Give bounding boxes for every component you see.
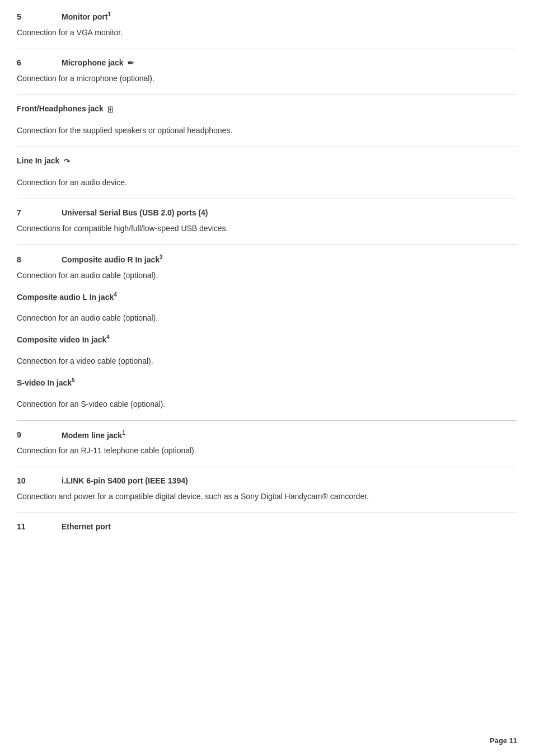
headphones-desc: Connection for the supplied speakers or …: [17, 125, 517, 137]
document-body: 5 Monitor port1 Connection for a VGA mon…: [17, 11, 517, 531]
section-5-sup: 1: [107, 11, 111, 17]
section-headphones-jack: Front/Headphones jack ⍐ Connection for t…: [17, 104, 517, 137]
section-10-header: 10 i.LINK 6-pin S400 port (IEEE 1394): [17, 476, 517, 485]
divider-8: [17, 513, 517, 513]
s-video-desc: Connection for an S-video cable (optiona…: [17, 398, 517, 410]
section-microphone-jack: 6 Microphone jack ✏ Connection for a mic…: [17, 58, 517, 85]
headphones-icon: ⍐: [108, 105, 113, 114]
section-ilink-port: 10 i.LINK 6-pin S400 port (IEEE 1394) Co…: [17, 476, 517, 503]
section-10-number: 10: [17, 476, 62, 485]
section-9-number: 9: [17, 430, 62, 439]
section-10-title: i.LINK 6-pin S400 port (IEEE 1394): [62, 476, 188, 485]
section-5-title: Monitor port1: [62, 11, 111, 21]
section-line-in-jack: Line In jack ↷ Connection for an audio d…: [17, 156, 517, 189]
section-9-desc: Connection for an RJ-11 telephone cable …: [17, 445, 517, 457]
section-6-number: 6: [17, 58, 62, 67]
composite-video-sup: 4: [106, 334, 110, 340]
section-11-title: Ethernet port: [62, 522, 111, 531]
section-6-header: 6 Microphone jack ✏: [17, 58, 517, 68]
section-7-title: Universal Serial Bus (USB 2.0) ports (4): [62, 208, 208, 217]
section-composite-audio-l: Composite audio L In jack4 Connection fo…: [17, 292, 517, 325]
s-video-sup: 5: [72, 377, 75, 383]
section-7-header: 7 Universal Serial Bus (USB 2.0) ports (…: [17, 208, 517, 217]
section-8-desc: Connection for an audio cable (optional)…: [17, 270, 517, 281]
page-number: Page 11: [490, 736, 517, 745]
section-5-desc: Connection for a VGA monitor.: [17, 27, 517, 39]
section-5-number: 5: [17, 12, 62, 21]
section-usb-ports: 7 Universal Serial Bus (USB 2.0) ports (…: [17, 208, 517, 234]
section-composite-video-in: Composite video In jack4 Connection for …: [17, 334, 517, 367]
line-in-icon: ↷: [64, 157, 70, 166]
section-11-header: 11 Ethernet port: [17, 522, 517, 531]
composite-video-title: Composite video In jack4: [17, 334, 110, 344]
composite-l-header: Composite audio L In jack4: [17, 292, 517, 307]
microphone-icon: ✏: [128, 59, 134, 67]
section-6-desc: Connection for a microphone (optional).: [17, 73, 517, 84]
section-s-video-in: S-video In jack5 Connection for an S-vid…: [17, 377, 517, 410]
composite-l-sup: 4: [114, 292, 117, 298]
section-9-title: Modem line jack1: [62, 430, 125, 440]
divider-4: [17, 199, 517, 199]
divider-7: [17, 467, 517, 467]
section-monitor-port: 5 Monitor port1 Connection for a VGA mon…: [17, 11, 517, 39]
section-10-desc: Connection and power for a compatible di…: [17, 491, 517, 503]
section-8-number: 8: [17, 255, 62, 264]
divider-6: [17, 420, 517, 421]
section-11-number: 11: [17, 522, 62, 531]
section-modem-line-jack: 9 Modem line jack1 Connection for an RJ-…: [17, 430, 517, 457]
s-video-title: S-video In jack5: [17, 377, 75, 387]
composite-video-desc: Connection for a video cable (optional).: [17, 355, 517, 367]
section-7-number: 7: [17, 208, 62, 217]
section-5-header: 5 Monitor port1: [17, 11, 517, 21]
divider-2: [17, 95, 517, 95]
section-8-title: Composite audio R In jack3: [62, 254, 163, 264]
section-8-sup: 3: [160, 254, 163, 260]
section-7-desc: Connections for compatible high/full/low…: [17, 223, 517, 234]
headphones-header: Front/Headphones jack ⍐: [17, 104, 517, 119]
divider-5: [17, 245, 517, 245]
s-video-header: S-video In jack5: [17, 377, 517, 393]
line-in-title: Line In jack ↷: [17, 156, 70, 166]
section-6-title: Microphone jack ✏: [62, 58, 134, 68]
section-composite-audio-r: 8 Composite audio R In jack3 Connection …: [17, 254, 517, 281]
headphones-title: Front/Headphones jack ⍐: [17, 104, 113, 114]
composite-l-title: Composite audio L In jack4: [17, 292, 117, 302]
divider-3: [17, 147, 517, 147]
composite-l-desc: Connection for an audio cable (optional)…: [17, 312, 517, 324]
composite-video-header: Composite video In jack4: [17, 334, 517, 350]
section-9-header: 9 Modem line jack1: [17, 430, 517, 440]
line-in-header: Line In jack ↷: [17, 156, 517, 171]
divider-1: [17, 49, 517, 49]
section-9-sup: 1: [122, 430, 125, 436]
line-in-desc: Connection for an audio device.: [17, 177, 517, 189]
section-ethernet-port: 11 Ethernet port: [17, 522, 517, 531]
section-8-header: 8 Composite audio R In jack3: [17, 254, 517, 264]
